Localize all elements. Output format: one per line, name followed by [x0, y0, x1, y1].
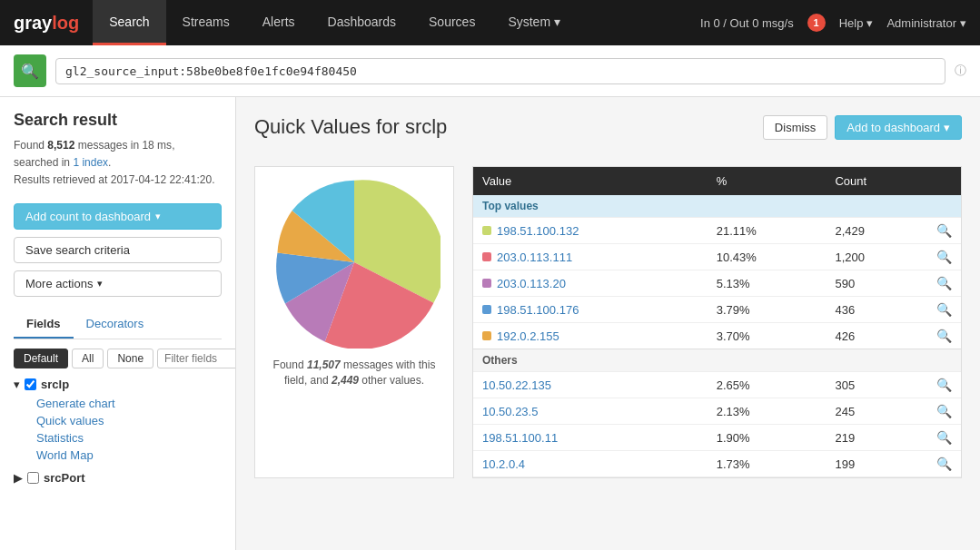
zoom-icon[interactable]: 🔍	[936, 404, 952, 418]
value-cell: 203.0.113.20	[473, 270, 708, 297]
zoom-icon[interactable]: 🔍	[936, 250, 952, 264]
search-options-icon[interactable]: ⓘ	[955, 63, 966, 79]
count-cell: 436	[826, 297, 927, 323]
field-srclp-checkbox[interactable]	[25, 378, 36, 390]
dismiss-button[interactable]: Dismiss	[763, 115, 828, 140]
search-result-meta: Found 8,512 messages in 18 ms, searched …	[14, 137, 222, 190]
pie-chart	[268, 176, 441, 349]
field-srclp-actions: Generate chart Quick values Statistics W…	[14, 395, 222, 464]
nav-item-streams[interactable]: Streams	[166, 0, 246, 45]
table-row: 10.50.23.5 2.13% 245 🔍	[473, 398, 961, 425]
ip-link[interactable]: 10.50.23.5	[482, 405, 538, 418]
count-cell: 199	[826, 451, 927, 477]
world-map-link[interactable]: World Map	[36, 447, 222, 464]
zoom-icon[interactable]: 🔍	[936, 457, 952, 471]
zoom-cell: 🔍	[927, 372, 961, 398]
sidebar: Search result Found 8,512 messages in 18…	[0, 97, 236, 550]
add-to-dashboard-button[interactable]: Add to dashboard ▾	[835, 115, 962, 140]
tab-fields[interactable]: Fields	[14, 310, 74, 339]
search-submit-icon: 🔍	[21, 63, 39, 80]
count-cell: 426	[826, 323, 927, 349]
table-row: 203.0.113.111 10.43% 1,200 🔍	[473, 244, 961, 270]
top-values-header: Top values	[473, 195, 961, 218]
field-srcport-header[interactable]: ▶ srcPort	[14, 471, 222, 485]
percent-cell: 1.73%	[708, 451, 827, 477]
quick-values-body: Found 11,507 messages with this field, a…	[254, 166, 962, 478]
count-cell: 1,200	[826, 244, 927, 270]
count-cell: 2,429	[826, 218, 927, 244]
zoom-icon[interactable]: 🔍	[936, 329, 952, 343]
ip-link[interactable]: 10.50.22.135	[482, 378, 551, 392]
quick-values-table: Value % Count Top values 198.51.100.132	[473, 167, 961, 477]
nav-item-search[interactable]: Search	[93, 0, 165, 45]
nav-item-alerts[interactable]: Alerts	[246, 0, 312, 45]
logo: graylog	[0, 13, 93, 34]
logo-text: graylog	[14, 13, 79, 34]
table-row: 192.0.2.155 3.70% 426 🔍	[473, 323, 961, 349]
value-cell: 10.50.23.5	[473, 398, 708, 425]
ip-link[interactable]: 10.2.0.4	[482, 457, 525, 471]
notification-badge[interactable]: 1	[807, 14, 826, 32]
zoom-icon[interactable]: 🔍	[936, 302, 952, 317]
filter-default-button[interactable]: Default	[14, 349, 68, 368]
admin-menu[interactable]: Administrator ▾	[886, 16, 966, 30]
zoom-icon[interactable]: 🔍	[936, 223, 952, 238]
zoom-cell: 🔍	[927, 218, 961, 244]
field-srclp-header[interactable]: ▾ srclp	[14, 378, 222, 391]
zoom-cell: 🔍	[927, 297, 961, 323]
zoom-icon[interactable]: 🔍	[936, 430, 952, 445]
filter-none-button[interactable]: None	[107, 349, 153, 368]
save-search-button[interactable]: Save search criteria	[14, 237, 222, 263]
index-link[interactable]: 1 index	[73, 156, 108, 169]
ip-link[interactable]: 198.51.100.132	[497, 224, 579, 238]
add-count-button[interactable]: Add count to dashboard	[14, 203, 222, 230]
percent-cell: 5.13%	[708, 270, 827, 297]
search-submit-button[interactable]: 🔍	[14, 54, 46, 87]
panel-header-actions: Dismiss Add to dashboard ▾	[763, 115, 962, 140]
nav-items: Search Streams Alerts Dashboards Sources…	[93, 0, 577, 45]
ip-link[interactable]: 203.0.113.111	[497, 250, 572, 264]
ip-link[interactable]: 192.0.2.155	[497, 329, 559, 343]
quick-values-link[interactable]: Quick values	[36, 412, 222, 429]
ip-link[interactable]: 198.51.100.176	[497, 303, 579, 317]
nav-item-sources[interactable]: Sources	[412, 0, 491, 45]
value-cell: 192.0.2.155	[473, 323, 708, 349]
color-dot	[482, 279, 491, 288]
col-value: Value	[473, 167, 708, 195]
search-input[interactable]	[55, 58, 945, 84]
help-menu[interactable]: Help ▾	[839, 16, 874, 30]
content-panel: Quick Values for srclp Dismiss Add to da…	[236, 97, 980, 550]
table-row: 198.51.100.176 3.79% 436 🔍	[473, 297, 961, 323]
filter-fields-input[interactable]	[157, 349, 236, 368]
value-cell: 198.51.100.11	[473, 425, 708, 451]
count-cell: 590	[826, 270, 927, 297]
percent-cell: 2.13%	[708, 398, 827, 425]
field-srcport: ▶ srcPort	[14, 471, 222, 485]
ip-link[interactable]: 198.51.100.11	[482, 431, 558, 445]
count-cell: 305	[826, 372, 927, 398]
color-dot	[482, 226, 491, 235]
admin-label: Administrator	[886, 16, 956, 30]
zoom-icon[interactable]: 🔍	[936, 276, 952, 290]
ip-link[interactable]: 203.0.113.20	[497, 277, 566, 290]
add-dashboard-label: Add to dashboard	[846, 121, 940, 134]
more-actions-button[interactable]: More actions	[14, 270, 222, 297]
sidebar-actions: Add count to dashboard Save search crite…	[14, 203, 222, 297]
statistics-link[interactable]: Statistics	[36, 429, 222, 447]
result-timestamp: 2017-04-12 22:41:20.	[111, 173, 215, 186]
field-srcport-label: srcPort	[44, 471, 85, 485]
table-body: Top values 198.51.100.132 21.11% 2,429 🔍…	[473, 195, 961, 477]
tab-decorators[interactable]: Decorators	[74, 310, 157, 339]
nav-item-dashboards[interactable]: Dashboards	[312, 0, 413, 45]
generate-chart-link[interactable]: Generate chart	[36, 395, 222, 412]
zoom-icon[interactable]: 🔍	[936, 378, 952, 392]
chart-note: Found 11,507 messages with this field, a…	[264, 358, 444, 388]
nav-item-system[interactable]: System ▾	[491, 0, 577, 45]
table-row: 10.2.0.4 1.73% 199 🔍	[473, 451, 961, 477]
table-row: 10.50.22.135 2.65% 305 🔍	[473, 372, 961, 398]
filter-all-button[interactable]: All	[72, 349, 104, 368]
color-dot	[482, 305, 491, 314]
field-srcport-checkbox[interactable]	[27, 472, 39, 484]
value-cell: 10.2.0.4	[473, 451, 708, 477]
count-cell: 245	[826, 398, 927, 425]
